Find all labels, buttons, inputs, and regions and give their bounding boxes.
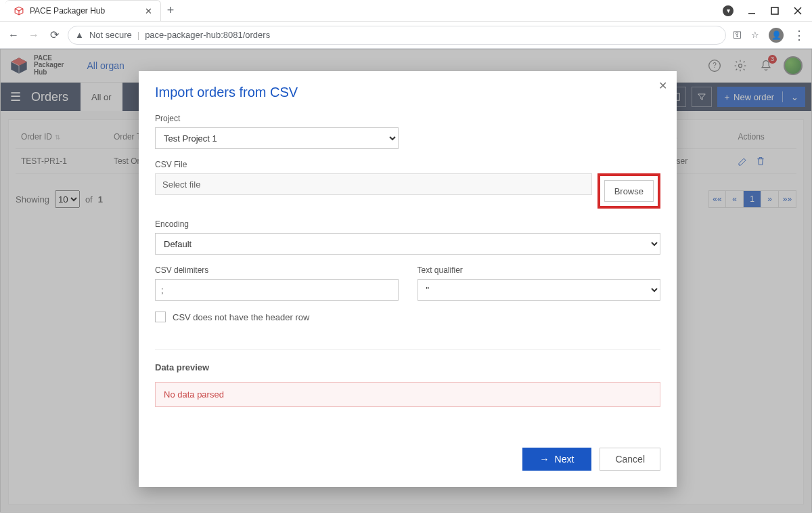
encoding-select[interactable]: Default — [155, 233, 660, 255]
forward-icon[interactable]: → — [27, 29, 41, 41]
next-button[interactable]: → Next — [522, 448, 592, 471]
url-text: pace-packager-hub:8081/orders — [145, 30, 270, 40]
cancel-button[interactable]: Cancel — [600, 448, 660, 471]
no-header-label: CSV does not have the header row — [173, 312, 309, 322]
star-icon[interactable]: ☆ — [751, 30, 759, 40]
next-label: Next — [555, 454, 574, 465]
window-close-icon[interactable] — [793, 6, 803, 16]
delimiters-input[interactable] — [155, 279, 399, 301]
address-bar: ← → ⟳ ▲ Not secure | pace-packager-hub:8… — [0, 22, 812, 49]
qualifier-select[interactable]: " — [418, 279, 661, 301]
not-secure-icon: ▲ — [75, 30, 84, 40]
window-titlebar: PACE Packager Hub ✕ + ▾ — [0, 0, 812, 22]
tab-title: PACE Packager Hub — [30, 6, 139, 16]
account-icon[interactable]: ▾ — [723, 5, 734, 16]
project-label: Project — [155, 114, 660, 123]
window-maximize-icon[interactable] — [770, 6, 780, 16]
browse-highlight: Browse — [597, 173, 660, 209]
modal-title: Import orders from CSV — [155, 85, 660, 100]
no-header-checkbox[interactable] — [155, 312, 166, 322]
profile-avatar-icon[interactable]: 👤 — [769, 28, 784, 43]
browse-button[interactable]: Browse — [604, 180, 654, 202]
data-preview-label: Data preview — [155, 362, 660, 372]
back-icon[interactable]: ← — [7, 29, 20, 41]
import-csv-modal: ✕ Import orders from CSV Project Test Pr… — [139, 71, 677, 487]
key-icon[interactable]: ⚿ — [733, 30, 742, 40]
delimiters-label: CSV delimiters — [155, 265, 399, 275]
tab-close-icon[interactable]: ✕ — [145, 6, 152, 16]
tab-favicon — [14, 5, 24, 16]
project-select[interactable]: Test Project 1 — [155, 127, 399, 149]
url-box[interactable]: ▲ Not secure | pace-packager-hub:8081/or… — [68, 26, 726, 45]
arrow-right-icon: → — [540, 454, 549, 465]
encoding-label: Encoding — [155, 219, 660, 229]
url-separator: | — [137, 30, 139, 40]
data-preview-box: No data parsed — [155, 382, 660, 407]
browser-menu-icon[interactable]: ⋮ — [793, 28, 805, 43]
security-text: Not secure — [89, 30, 132, 40]
window-minimize-icon[interactable] — [747, 6, 757, 16]
modal-close-icon[interactable]: ✕ — [658, 79, 667, 92]
browser-tab[interactable]: PACE Packager Hub ✕ — [5, 0, 161, 21]
divider — [155, 349, 660, 350]
qualifier-label: Text qualifier — [418, 265, 661, 275]
reload-icon[interactable]: ⟳ — [47, 28, 61, 41]
csv-file-input[interactable]: Select file — [155, 173, 592, 195]
new-tab-button[interactable]: + — [161, 3, 180, 18]
csv-file-label: CSV File — [155, 160, 660, 169]
svg-rect-3 — [771, 7, 778, 14]
